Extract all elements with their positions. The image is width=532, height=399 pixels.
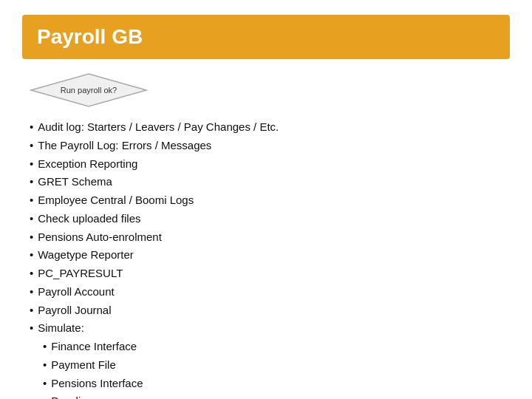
list-item: The Payroll Log: Errors / Messages	[30, 137, 510, 155]
diamond-flowchart: Run payroll ok?	[30, 72, 148, 108]
list-item: Employee Central / Boomi Logs	[30, 191, 510, 210]
list-item: Check uploaded files	[30, 210, 510, 228]
list-item: Exception Reporting	[30, 155, 510, 174]
list-item: Finance Interface	[43, 338, 510, 356]
list-item: Payroll Journal	[30, 301, 510, 320]
list-item: PC_PAYRESULT	[30, 265, 510, 283]
slide-title: Payroll GB	[37, 25, 143, 49]
slide-container: Payroll GB Run payroll ok? Audit log: St…	[0, 0, 532, 399]
title-bar: Payroll GB	[22, 15, 510, 59]
list-item: GRET Schema	[30, 173, 510, 191]
list-item: Wagetype Reporter	[30, 246, 510, 265]
diamond-row: Run payroll ok?	[30, 72, 510, 108]
list-item: Pensions Interface	[43, 375, 510, 393]
main-bullet-list: Audit log: Starters / Leavers / Pay Chan…	[30, 118, 510, 338]
sub-bullet-list: Finance Interface Payment File Pensions …	[43, 338, 510, 399]
list-item: Pensions Auto-enrolment	[30, 228, 510, 247]
diamond-label: Run payroll ok?	[61, 86, 117, 95]
list-item: Audit log: Starters / Leavers / Pay Chan…	[30, 118, 510, 137]
list-item-simulate: Simulate:	[30, 319, 510, 338]
list-item: Payslip	[43, 392, 510, 399]
list-item: Payment File	[43, 356, 510, 375]
list-item: Payroll Account	[30, 283, 510, 301]
